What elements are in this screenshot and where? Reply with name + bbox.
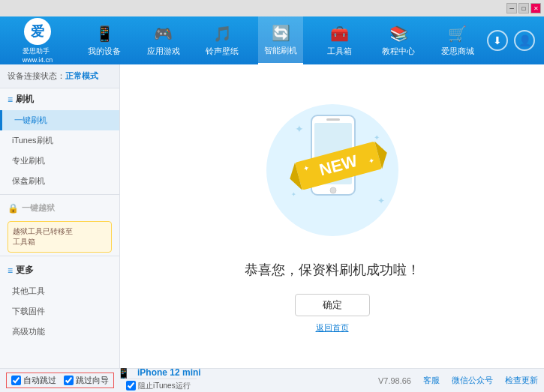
customer-service-link[interactable]: 客服 — [423, 375, 440, 386]
checkbox-group: 自动跳过 跳过向导 — [6, 373, 114, 388]
more-section-header: ≡ 更多 — [0, 259, 119, 281]
divider-2 — [0, 256, 119, 256]
tutorials-icon: 📚 — [389, 25, 408, 43]
svg-text:✦: ✦ — [295, 123, 304, 135]
svg-text:✦: ✦ — [291, 191, 296, 198]
flash-section-header: ≡ 刷机 — [0, 88, 119, 110]
main-layout: 设备连接状态：正常模式 ≡ 刷机 一键刷机 iTunes刷机 专业刷机 保盘刷机… — [0, 64, 544, 368]
sidebar-item-advanced[interactable]: 高级功能 — [0, 322, 119, 342]
maximize-btn[interactable]: □ — [518, 3, 529, 13]
toolbox-icon: 🧰 — [330, 25, 349, 43]
nav-tutorials[interactable]: 📚 教程中心 — [376, 16, 421, 64]
nav-ringtones[interactable]: 🎵 铃声壁纸 — [200, 16, 245, 64]
success-message: 恭喜您，保资料刷机成功啦！ — [245, 261, 420, 279]
close-btn[interactable]: ✕ — [530, 3, 541, 13]
download-btn[interactable]: ⬇ — [487, 30, 508, 51]
main-content: ✦ ✦ ✦ ✦ NEW ✦ — [120, 64, 544, 368]
header-actions: ⬇ 👤 — [487, 30, 544, 51]
jailbreak-section-header: 🔒 一键越狱 — [0, 198, 119, 218]
wechat-link[interactable]: 微信公众号 — [452, 375, 493, 386]
logo-icon: 爱 — [24, 18, 51, 45]
itunes-status-bar: 阻止iTunes运行 — [120, 379, 197, 392]
sidebar-item-itunes-flash[interactable]: iTunes刷机 — [0, 130, 119, 151]
success-illustration: ✦ ✦ ✦ ✦ NEW ✦ — [250, 99, 415, 249]
sidebar: 设备连接状态：正常模式 ≡ 刷机 一键刷机 iTunes刷机 专业刷机 保盘刷机… — [0, 64, 120, 368]
nav-smart-flash[interactable]: 🔄 智能刷机 — [258, 16, 303, 64]
version-label: V7.98.66 — [378, 376, 411, 385]
auto-jump-checkbox[interactable]: 自动跳过 — [11, 375, 56, 386]
logo-text: 爱思助手 www.i4.cn — [23, 46, 53, 64]
svg-text:✦: ✦ — [374, 133, 380, 142]
skip-wizard-checkbox[interactable]: 跳过向导 — [64, 375, 109, 386]
apps-games-icon: 🎮 — [154, 25, 173, 43]
svg-point-8 — [330, 187, 336, 193]
my-device-icon: 📱 — [95, 25, 114, 43]
sidebar-item-one-click-flash[interactable]: 一键刷机 — [0, 110, 119, 130]
svg-text:✦: ✦ — [377, 196, 385, 206]
sidebar-item-save-data-flash[interactable]: 保盘刷机 — [0, 171, 119, 191]
smart-flash-icon: 🔄 — [272, 24, 290, 42]
minimize-btn[interactable]: ─ — [506, 3, 517, 13]
jailbreak-icon: 🔒 — [8, 203, 19, 214]
divider-1 — [0, 194, 119, 195]
logo-area: 爱 爱思助手 www.i4.cn — [0, 16, 75, 64]
svg-rect-7 — [326, 118, 340, 121]
sidebar-item-pro-flash[interactable]: 专业刷机 — [0, 151, 119, 171]
title-bar: ─ □ ✕ — [0, 0, 544, 16]
jailbreak-label: 一键越狱 — [22, 202, 55, 214]
itunes-status-label: 阻止iTunes运行 — [138, 381, 191, 391]
bottom-bar: 自动跳过 跳过向导 📱 iPhone 12 mini 64GB Down-12m… — [0, 368, 544, 392]
ringtones-icon: 🎵 — [213, 25, 232, 43]
more-section-icon: ≡ — [8, 265, 13, 276]
bottom-right: V7.98.66 客服 微信公众号 检查更新 — [378, 375, 538, 386]
skip-wizard-input[interactable] — [64, 376, 74, 385]
return-link[interactable]: 返回首页 — [316, 322, 349, 334]
jailbreak-warning: 越狱工具已转移至工具箱 — [8, 221, 112, 253]
nav-mall[interactable]: 🛒 爱思商城 — [435, 16, 480, 64]
flash-section-icon: ≡ — [8, 94, 13, 105]
check-update-link[interactable]: 检查更新 — [505, 375, 538, 386]
header: 爱 爱思助手 www.i4.cn 📱 我的设备 🎮 应用游戏 🎵 铃声壁纸 🔄 … — [0, 16, 544, 64]
nav-apps-games[interactable]: 🎮 应用游戏 — [141, 16, 186, 64]
mall-icon: 🛒 — [448, 25, 467, 43]
sidebar-item-download-firmware[interactable]: 下载固件 — [0, 301, 119, 322]
sidebar-item-other-tools[interactable]: 其他工具 — [0, 281, 119, 301]
account-btn[interactable]: 👤 — [514, 30, 535, 51]
device-status: 设备连接状态：正常模式 — [0, 64, 119, 88]
device-name: iPhone 12 mini — [137, 367, 201, 378]
confirm-button[interactable]: 确定 — [295, 294, 370, 316]
success-svg: ✦ ✦ ✦ ✦ NEW ✦ — [250, 99, 415, 249]
itunes-checkbox[interactable] — [126, 381, 136, 391]
nav-bar: 📱 我的设备 🎮 应用游戏 🎵 铃声壁纸 🔄 智能刷机 🧰 工具箱 📚 教程中心… — [75, 16, 487, 64]
auto-jump-input[interactable] — [11, 376, 21, 385]
nav-toolbox[interactable]: 🧰 工具箱 — [317, 16, 362, 64]
device-phone-icon: 📱 — [117, 367, 130, 379]
nav-my-device[interactable]: 📱 我的设备 — [82, 16, 127, 64]
